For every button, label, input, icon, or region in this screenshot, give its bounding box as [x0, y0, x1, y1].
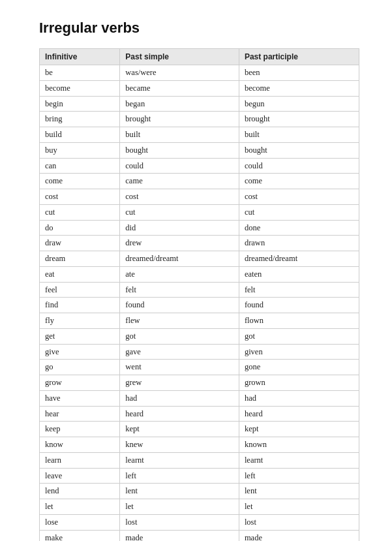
- cell-22-1: heard: [120, 406, 239, 422]
- table-row: findfoundfound: [40, 298, 359, 313]
- cell-18-1: gave: [120, 344, 239, 360]
- cell-30-1: made: [120, 530, 239, 541]
- cell-9-2: cut: [239, 204, 359, 220]
- cell-29-0: lose: [40, 514, 120, 530]
- cell-11-1: drew: [120, 236, 239, 251]
- cell-29-1: lost: [120, 514, 239, 530]
- table-row: hearheardheard: [40, 406, 359, 422]
- cell-26-0: leave: [40, 468, 120, 484]
- cell-10-2: done: [239, 220, 359, 236]
- table-row: drawdrewdrawn: [40, 236, 359, 251]
- cell-19-1: went: [120, 360, 239, 375]
- cell-28-1: let: [120, 499, 239, 515]
- cell-14-2: felt: [239, 282, 359, 298]
- cell-15-1: found: [120, 298, 239, 313]
- cell-1-2: become: [239, 80, 359, 96]
- cell-8-1: cost: [120, 189, 239, 205]
- table-row: getgotgot: [40, 328, 359, 344]
- irregular-verbs-table: Infinitive Past simple Past participle b…: [39, 48, 359, 541]
- cell-21-1: had: [120, 390, 239, 406]
- cell-8-0: cost: [40, 189, 120, 205]
- table-row: leaveleftleft: [40, 468, 359, 484]
- table-row: buyboughtbought: [40, 142, 359, 158]
- table-row: comecamecome: [40, 174, 359, 189]
- cell-13-1: ate: [120, 266, 239, 282]
- cell-9-0: cut: [40, 204, 120, 220]
- col-past-simple: Past simple: [120, 49, 239, 65]
- cell-23-1: kept: [120, 422, 239, 437]
- cell-17-0: get: [40, 328, 120, 344]
- table-row: learnlearntlearnt: [40, 452, 359, 468]
- cell-4-2: built: [239, 127, 359, 143]
- cell-10-1: did: [120, 220, 239, 236]
- table-row: flyflewflown: [40, 313, 359, 329]
- table-row: knowknewknown: [40, 437, 359, 453]
- cell-12-2: dreamed/dreamt: [239, 251, 359, 267]
- cell-24-0: know: [40, 437, 120, 453]
- cell-3-2: brought: [239, 112, 359, 127]
- table-row: feelfeltfelt: [40, 282, 359, 298]
- cell-6-2: could: [239, 158, 359, 174]
- cell-8-2: cost: [239, 189, 359, 205]
- cell-26-2: left: [239, 468, 359, 484]
- cell-27-2: lent: [239, 484, 359, 499]
- cell-29-2: lost: [239, 514, 359, 530]
- cell-5-1: bought: [120, 142, 239, 158]
- cell-1-0: become: [40, 80, 120, 96]
- cell-27-1: lent: [120, 484, 239, 499]
- cell-7-2: come: [239, 174, 359, 189]
- table-row: gowentgone: [40, 360, 359, 375]
- cell-16-2: flown: [239, 313, 359, 329]
- table-row: costcostcost: [40, 189, 359, 205]
- table-row: dreamdreamed/dreamtdreamed/dreamt: [40, 251, 359, 267]
- cell-9-1: cut: [120, 204, 239, 220]
- cell-23-2: kept: [239, 422, 359, 437]
- cell-24-1: knew: [120, 437, 239, 453]
- cell-7-1: came: [120, 174, 239, 189]
- cell-12-1: dreamed/dreamt: [120, 251, 239, 267]
- table-row: keepkeptkept: [40, 422, 359, 437]
- cell-18-2: given: [239, 344, 359, 360]
- table-row: letletlet: [40, 499, 359, 515]
- table-row: bringbroughtbrought: [40, 112, 359, 127]
- col-past-participle: Past participle: [239, 49, 359, 65]
- cell-4-1: built: [120, 127, 239, 143]
- cell-4-0: build: [40, 127, 120, 143]
- cell-18-0: give: [40, 344, 120, 360]
- table-row: buildbuiltbuilt: [40, 127, 359, 143]
- cell-25-1: learnt: [120, 452, 239, 468]
- cell-0-0: be: [40, 65, 120, 81]
- cell-27-0: lend: [40, 484, 120, 499]
- cell-19-0: go: [40, 360, 120, 375]
- cell-22-0: hear: [40, 406, 120, 422]
- cell-10-0: do: [40, 220, 120, 236]
- cell-24-2: known: [239, 437, 359, 453]
- cell-6-1: could: [120, 158, 239, 174]
- table-row: beginbeganbegun: [40, 96, 359, 112]
- table-row: havehadhad: [40, 390, 359, 406]
- cell-2-0: begin: [40, 96, 120, 112]
- cell-13-0: eat: [40, 266, 120, 282]
- table-row: bewas/werebeen: [40, 65, 359, 81]
- cell-14-1: felt: [120, 282, 239, 298]
- cell-20-2: grown: [239, 375, 359, 391]
- table-row: eatateeaten: [40, 266, 359, 282]
- cell-1-1: became: [120, 80, 239, 96]
- cell-20-1: grew: [120, 375, 239, 391]
- table-row: lendlentlent: [40, 484, 359, 499]
- cell-21-2: had: [239, 390, 359, 406]
- cell-11-2: drawn: [239, 236, 359, 251]
- cell-19-2: gone: [239, 360, 359, 375]
- cell-30-2: made: [239, 530, 359, 541]
- cell-2-1: began: [120, 96, 239, 112]
- table-row: cutcutcut: [40, 204, 359, 220]
- cell-15-2: found: [239, 298, 359, 313]
- col-infinitive: Infinitive: [40, 49, 120, 65]
- table-row: dodiddone: [40, 220, 359, 236]
- cell-15-0: find: [40, 298, 120, 313]
- cell-16-0: fly: [40, 313, 120, 329]
- cell-13-2: eaten: [239, 266, 359, 282]
- cell-11-0: draw: [40, 236, 120, 251]
- cell-22-2: heard: [239, 406, 359, 422]
- cell-17-1: got: [120, 328, 239, 344]
